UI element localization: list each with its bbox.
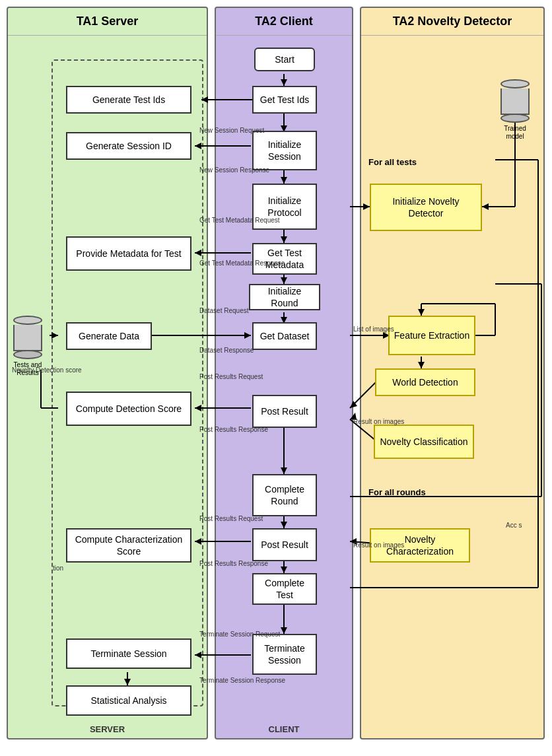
get-metadata-response-label: Get Test Metadata Response: [199, 259, 285, 267]
result-on-images2-label: Result on images: [353, 541, 404, 549]
statistical-analysis-box: Statistical Analysis: [66, 685, 191, 716]
server-label: TA1 Server: [77, 15, 139, 28]
trained-model-label: Trained model: [495, 125, 535, 141]
complete-round-box: Complete Round: [252, 474, 317, 516]
initialize-round-box: Initialize Round: [249, 284, 320, 310]
initialize-novelty-detector-box: Initialize Novelty Detector: [370, 184, 482, 231]
get-metadata-request-label: Get Test Metadata Request: [199, 217, 280, 224]
new-session-response-label: New Session Response: [199, 166, 269, 174]
post-results-response1-label: Post Results Response: [199, 426, 268, 434]
generate-data-box: Generate Data: [66, 322, 152, 350]
post-results-request1-label: Post Results Request: [199, 373, 263, 381]
post-result-1-box: Post Result: [252, 395, 317, 428]
novelty-detection-score-label: Novelty Detection score: [12, 366, 82, 374]
get-test-metadata-box: Get Test Metadata: [252, 243, 317, 275]
terminate-session-server-box: Terminate Session: [66, 638, 191, 669]
diagram-container: TA1 Server SERVER TA2 Client CLIENT TA2 …: [0, 0, 552, 756]
generate-session-id-box: Generate Session ID: [66, 132, 191, 160]
client-label: TA2 Client: [255, 15, 313, 28]
initialize-session-box: Initialize Session: [252, 131, 317, 170]
compute-detection-score-box: Compute Detection Score: [66, 392, 191, 426]
generate-test-ids-box: Generate Test Ids: [66, 86, 191, 114]
server-footer: SERVER: [8, 724, 207, 734]
tion-label: tion: [53, 565, 63, 572]
provide-metadata-box: Provide Metadata for Test: [66, 236, 191, 271]
client-footer: CLIENT: [216, 724, 352, 734]
world-detection-box: World Detection: [375, 368, 475, 396]
dataset-request-label: Dataset Request: [199, 307, 249, 315]
complete-test-box: Complete Test: [252, 573, 317, 605]
trained-model-db: Trained model: [495, 79, 535, 141]
post-result-2-box: Post Result: [252, 528, 317, 561]
terminate-response-label: Terminate Session Response: [199, 677, 285, 685]
post-results-response2-label: Post Results Response: [199, 560, 268, 568]
client-header: TA2 Client: [216, 8, 352, 36]
terminate-request-label: Terminate Session Request: [199, 631, 280, 638]
for-all-tests-label: For all tests: [368, 157, 417, 167]
result-on-images1-label: Result on images: [353, 418, 404, 426]
acc-s-label: Acc s: [506, 522, 522, 530]
get-dataset-box: Get Dataset: [252, 322, 317, 350]
server-header: TA1 Server: [8, 8, 207, 36]
compute-characterization-box: Compute Characterization Score: [66, 528, 191, 563]
get-test-ids-box: Get Test Ids: [252, 86, 317, 114]
novelty-label: TA2 Novelty Detector: [393, 15, 512, 28]
post-results-request2-label: Post Results Request: [199, 515, 263, 523]
novelty-header: TA2 Novelty Detector: [361, 8, 543, 36]
novelty-classification-box: Novelty Classification: [374, 425, 474, 459]
dataset-response-label: Dataset Response: [199, 347, 254, 355]
for-all-rounds-label: For all rounds: [368, 487, 426, 497]
terminate-session-client-box: Terminate Session: [252, 634, 317, 675]
list-of-images-label: List of images: [353, 326, 394, 333]
start-box: Start: [254, 48, 315, 71]
feature-extraction-box: Feature Extraction: [388, 316, 475, 355]
new-session-request-label: New Session Request: [199, 127, 264, 135]
